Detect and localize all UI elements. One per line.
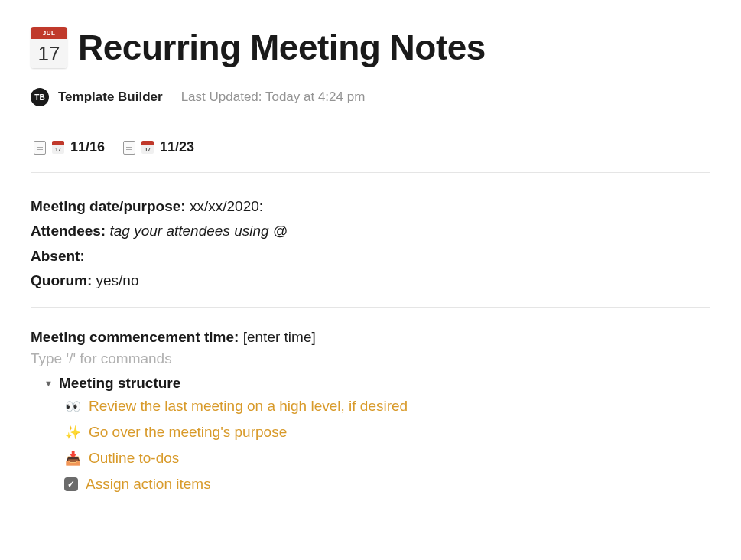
- subpage-link[interactable]: 17 11/16: [34, 139, 105, 155]
- structure-item[interactable]: ✨ Go over the meeting's purpose: [64, 424, 710, 441]
- quorum-line[interactable]: Quorum: yes/no: [31, 269, 710, 293]
- structure-item[interactable]: 📥 Outline to-dos: [64, 450, 710, 467]
- structure-item[interactable]: ✓ Assign action items: [64, 476, 710, 493]
- structure-heading-row[interactable]: ▼ Meeting structure: [44, 375, 710, 392]
- meeting-date-line[interactable]: Meeting date/purpose: xx/xx/2020:: [31, 194, 710, 219]
- subpages-row: 17 11/16 17 11/23: [31, 122, 710, 172]
- calendar-icon: 17: [141, 141, 154, 154]
- eyes-icon: 👀: [64, 399, 81, 415]
- structure-item[interactable]: 👀 Review the last meeting on a high leve…: [64, 398, 710, 415]
- absent-label: Absent:: [31, 248, 85, 264]
- page-title[interactable]: Recurring Meeting Notes: [78, 27, 486, 68]
- author-name[interactable]: Template Builder: [58, 90, 163, 105]
- structure-item-text: Review the last meeting on a high level,…: [89, 398, 408, 415]
- structure-item-text: Go over the meeting's purpose: [89, 424, 287, 441]
- structure-items: 👀 Review the last meeting on a high leve…: [64, 398, 710, 493]
- subpage-label: 11/16: [70, 139, 105, 155]
- subpage-link[interactable]: 17 11/23: [123, 139, 194, 155]
- calendar-icon-day: 17: [31, 39, 67, 68]
- calendar-icon: JUL 17: [31, 27, 67, 68]
- quorum-label: Quorum:: [31, 272, 92, 288]
- attendees-line[interactable]: Attendees: tag your attendees using @: [31, 219, 710, 243]
- inbox-icon: 📥: [64, 451, 81, 467]
- subpage-label: 11/23: [160, 139, 194, 155]
- meeting-date-value: xx/xx/2020:: [190, 198, 263, 214]
- attendees-value: tag your attendees using @: [109, 223, 288, 239]
- calendar-icon: 17: [52, 141, 64, 154]
- page-icon: [123, 141, 135, 155]
- chevron-down-icon[interactable]: ▼: [44, 379, 53, 388]
- sparkles-icon: ✨: [64, 425, 81, 441]
- structure-heading: Meeting structure: [59, 375, 180, 392]
- quorum-value: yes/no: [96, 272, 139, 288]
- meta-row: TB Template Builder Last Updated: Today …: [31, 88, 710, 106]
- commencement-line[interactable]: Meeting commencement time: [enter time]: [31, 329, 710, 346]
- attendees-label: Attendees:: [31, 223, 106, 239]
- structure-item-text: Outline to-dos: [89, 450, 179, 467]
- meeting-date-label: Meeting date/purpose:: [31, 198, 186, 214]
- author-avatar[interactable]: TB: [31, 88, 49, 106]
- commencement-label: Meeting commencement time:: [31, 329, 239, 345]
- check-icon: ✓: [64, 477, 78, 491]
- absent-line[interactable]: Absent:: [31, 244, 710, 269]
- page-icon: [34, 141, 46, 155]
- title-row: JUL 17 Recurring Meeting Notes: [31, 27, 710, 68]
- meeting-info-block[interactable]: Meeting date/purpose: xx/xx/2020: Attend…: [31, 173, 710, 307]
- calendar-icon-month: JUL: [31, 27, 67, 39]
- last-updated: Last Updated: Today at 4:24 pm: [181, 90, 366, 105]
- command-placeholder[interactable]: Type '/' for commands: [31, 350, 710, 367]
- commencement-value: [enter time]: [243, 329, 316, 345]
- commencement-block: Meeting commencement time: [enter time] …: [31, 308, 710, 493]
- structure-item-text: Assign action items: [86, 476, 211, 493]
